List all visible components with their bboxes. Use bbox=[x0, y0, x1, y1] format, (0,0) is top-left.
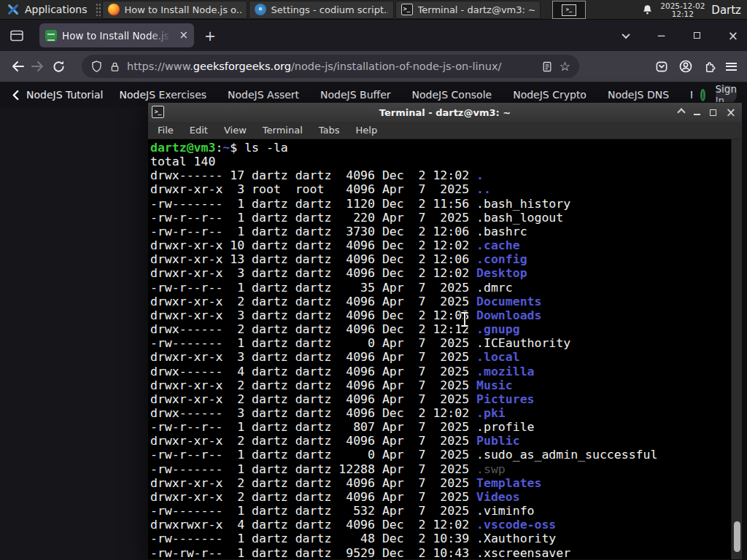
taskbar-button-firefox[interactable]: How to Install Node.js o... bbox=[102, 1, 247, 19]
directory-name: Documents bbox=[476, 295, 541, 308]
account-icon[interactable] bbox=[678, 59, 693, 74]
top-panel: Applications How to Install Node.js o...… bbox=[0, 0, 747, 20]
terminal-maximize-button[interactable] bbox=[710, 109, 716, 116]
site-nav-link[interactable]: NodeJS Exercises bbox=[119, 89, 206, 101]
terminal-output[interactable]: dartz@vm3:~$ ls -la total 140 drwx------… bbox=[148, 139, 742, 559]
ls-row: -rw------- 1 dartz dartz 48 Dec 2 10:39 … bbox=[150, 532, 742, 545]
menu-item-tabs[interactable]: Tabs bbox=[311, 125, 348, 136]
directory-name: .vscode-oss bbox=[476, 518, 556, 532]
notification-bell-icon[interactable] bbox=[641, 4, 654, 16]
total-line: total 140 bbox=[150, 155, 742, 168]
directory-name: Templates bbox=[476, 476, 541, 490]
tab-close-icon[interactable]: × bbox=[179, 30, 188, 41]
site-nav-link[interactable]: NodeJS Assert bbox=[228, 89, 299, 101]
reader-mode-icon[interactable] bbox=[541, 61, 553, 73]
menu-item-help[interactable]: Help bbox=[348, 125, 386, 136]
clock-time: 12:12 bbox=[660, 10, 705, 18]
workspace-pager[interactable]: >_ bbox=[552, 1, 586, 19]
terminal-close-button[interactable]: × bbox=[726, 105, 736, 120]
ls-row-meta: drwxr-xr-x 2 dartz dartz 4096 Apr 7 2025 bbox=[150, 295, 476, 308]
menu-item-file[interactable]: File bbox=[150, 125, 182, 136]
codium-icon bbox=[255, 4, 266, 15]
browser-tab[interactable]: How to Install Node.js on × bbox=[39, 23, 194, 47]
directory-name: Downloads bbox=[476, 308, 541, 322]
directory-name: . bbox=[476, 168, 484, 182]
ls-row-meta: -rw------- 1 dartz dartz 532 Apr 7 2025 bbox=[150, 504, 476, 518]
terminal-scrollbar[interactable] bbox=[731, 139, 742, 559]
url-text[interactable]: https://www.geeksforgeeks.org/node-js/in… bbox=[127, 61, 535, 72]
search-icon[interactable] bbox=[700, 89, 705, 101]
menu-item-terminal[interactable]: Terminal bbox=[255, 125, 311, 136]
site-nav-link[interactable]: NodeJS Crypto bbox=[513, 89, 587, 101]
list-all-tabs-icon[interactable] bbox=[622, 30, 630, 38]
extensions-puzzle-icon[interactable] bbox=[703, 60, 716, 74]
file-name: .ICEauthority bbox=[476, 336, 570, 350]
browser-minimize-button[interactable]: − bbox=[657, 29, 666, 42]
terminal-titlebar[interactable]: >_ Terminal - dartz@vm3: ~ × bbox=[148, 103, 742, 122]
ls-row-meta: drwxr-xr-x 10 dartz dartz 4096 Dec 2 12:… bbox=[150, 238, 476, 252]
ls-row-meta: -rw-r--r-- 1 dartz dartz 220 Apr 7 2025 bbox=[150, 211, 476, 225]
site-nav-link[interactable]: NodeJS Console bbox=[412, 89, 492, 101]
forward-button[interactable] bbox=[28, 56, 48, 77]
clock[interactable]: 2025-12-02 12:12 bbox=[660, 2, 705, 18]
file-name-dim: .swp bbox=[476, 462, 506, 476]
menu-item-view[interactable]: View bbox=[216, 125, 255, 136]
pager-terminal-icon: >_ bbox=[562, 4, 576, 16]
ls-row: drwxr-xr-x 2 dartz dartz 4096 Apr 7 2025… bbox=[150, 490, 742, 504]
ls-row: drwxr-xr-x 13 dartz dartz 4096 Dec 2 12:… bbox=[150, 252, 742, 266]
taskbar-button-codium[interactable]: Settings - codium script... bbox=[249, 1, 394, 19]
taskbar-button-terminal[interactable]: >_Terminal - dartz@vm3: ~ bbox=[395, 1, 541, 19]
directory-name: Videos bbox=[476, 490, 520, 504]
file-name: .sudo_as_admin_successful bbox=[476, 448, 657, 462]
ls-row-meta: drwxr-xr-x 3 dartz dartz 4096 Dec 2 12:0… bbox=[150, 308, 476, 322]
tab-title: How to Install Node.js on bbox=[62, 30, 174, 42]
reload-button[interactable] bbox=[48, 56, 69, 77]
site-nav-back[interactable]: NodeJS Tutorial bbox=[12, 89, 103, 101]
geeksforgeeks-favicon bbox=[45, 30, 57, 42]
ls-row-meta: -rw------- 1 dartz dartz 12288 Apr 7 202… bbox=[150, 462, 476, 476]
ls-row-meta: -rw-r--r-- 1 dartz dartz 807 Apr 7 2025 bbox=[150, 420, 476, 434]
applications-label: Applications bbox=[25, 4, 88, 15]
directory-name: .mozilla bbox=[476, 365, 534, 378]
applications-menu-button[interactable]: Applications bbox=[0, 0, 94, 20]
terminal-shade-button[interactable] bbox=[677, 108, 685, 116]
taskbar-button-label: How to Install Node.js o... bbox=[125, 4, 241, 15]
menu-item-edit[interactable]: Edit bbox=[182, 125, 216, 136]
browser-close-button[interactable]: × bbox=[728, 28, 738, 43]
ls-row: -rw-r--r-- 1 dartz dartz 0 Apr 7 2025 .s… bbox=[150, 448, 742, 462]
tracking-shield-icon[interactable] bbox=[90, 60, 103, 73]
terminal-minimize-button[interactable] bbox=[694, 109, 700, 115]
lock-icon[interactable] bbox=[109, 61, 120, 73]
chevron-right-icon[interactable] bbox=[692, 89, 693, 101]
site-nav-link[interactable]: NodeJS Buffer bbox=[320, 89, 391, 101]
user-menu[interactable]: Dartz bbox=[711, 4, 743, 17]
ls-row-meta: drwxr-xr-x 3 dartz dartz 4096 Dec 2 12:0… bbox=[150, 266, 476, 280]
firefox-view-icon bbox=[9, 29, 24, 42]
ls-row: -rw------- 1 dartz dartz 532 Apr 7 2025 … bbox=[150, 504, 742, 518]
ls-row: drwxr-xr-x 2 dartz dartz 4096 Apr 7 2025… bbox=[150, 392, 742, 406]
firefox-view-button[interactable] bbox=[6, 25, 28, 47]
bookmark-star-icon[interactable]: ☆ bbox=[560, 59, 570, 74]
ls-row: drwxr-xr-x 2 dartz dartz 4096 Apr 7 2025… bbox=[150, 434, 742, 448]
pocket-icon[interactable] bbox=[654, 60, 669, 74]
menu-hamburger-icon[interactable] bbox=[726, 63, 737, 71]
browser-maximize-button[interactable] bbox=[694, 32, 700, 39]
prompt-line: dartz@vm3:~$ ls -la bbox=[150, 141, 742, 155]
ls-row: drwxr-xr-x 3 dartz dartz 4096 Apr 7 2025… bbox=[150, 350, 742, 364]
ls-row: -rw------- 1 dartz dartz 1120 Dec 2 11:5… bbox=[150, 197, 742, 211]
terminal-window-controls: × bbox=[678, 103, 736, 122]
url-bar[interactable]: https://www.geeksforgeeks.org/node-js/in… bbox=[82, 55, 579, 78]
ls-row-meta: drwxr-xr-x 2 dartz dartz 4096 Apr 7 2025 bbox=[150, 476, 476, 490]
site-nav-link[interactable]: NodeJS DNS bbox=[608, 89, 669, 101]
directory-name: Music bbox=[476, 378, 513, 392]
new-tab-button[interactable]: + bbox=[204, 28, 216, 44]
ls-row: drwxr-xr-x 2 dartz dartz 4096 Apr 7 2025… bbox=[150, 295, 742, 308]
terminal-scrollbar-thumb[interactable] bbox=[734, 521, 740, 552]
ls-row: drwxr-xr-x 3 dartz dartz 4096 Dec 2 12:0… bbox=[150, 266, 742, 280]
ls-row-meta: drwx------ 2 dartz dartz 4096 Dec 2 12:1… bbox=[150, 322, 476, 336]
url-scheme: https://www. bbox=[127, 61, 193, 72]
back-button[interactable] bbox=[7, 56, 28, 77]
browser-tab-bar: How to Install Node.js on × + − × bbox=[0, 20, 747, 51]
taskbar-button-label: Terminal - dartz@vm3: ~ bbox=[418, 4, 535, 15]
ls-row: drwx------ 2 dartz dartz 4096 Dec 2 12:1… bbox=[150, 322, 742, 336]
